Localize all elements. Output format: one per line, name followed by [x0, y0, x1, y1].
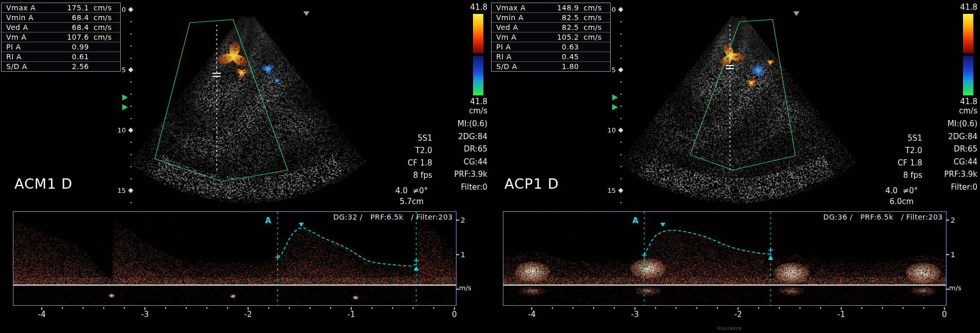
measurement-unit: cm/s [89, 23, 120, 31]
gate-angle: 4.0 ≠0° [383, 186, 440, 195]
measurement-label: Vm A [2, 33, 53, 41]
depth-tick-label: 10 [112, 126, 126, 134]
measurement-label: PI A [492, 43, 543, 51]
measurement-label: Ved A [492, 23, 543, 31]
panel-acp1: Vmax A148.9cm/s Vmin A82.5cm/s Ved A82.5… [490, 0, 980, 333]
measurement-table: Vmax A148.9cm/s Vmin A82.5cm/s Ved A82.5… [491, 3, 611, 72]
trace-marker-label: A [632, 216, 639, 225]
probe-parameters: 5S1 T2.0 CF 1.8 8 fps [407, 132, 432, 181]
depth-tick-label: 10 [602, 126, 616, 134]
focus-arrow-icon [612, 94, 618, 101]
parameter-2dg: 2DG:84 [944, 130, 977, 143]
measurement-value: 1.80 [543, 62, 579, 71]
parameter-cf: CF 1.8 [897, 157, 922, 169]
measurement-row: Vm A105.2cm/s [492, 32, 610, 42]
velocity-axis-label: 2 [951, 216, 955, 224]
measurement-label: S/D A [492, 62, 543, 71]
measurement-label: Vmin A [492, 13, 543, 22]
spectral-trace-overlay [503, 212, 946, 305]
depth-tick-label: 15 [112, 187, 126, 194]
measurement-value: 0.61 [53, 53, 89, 61]
colorbar-min-label: 41.8 [960, 97, 977, 106]
measurement-row: S/D A1.80 [492, 61, 610, 71]
measurement-unit: cm/s [579, 23, 610, 31]
colorbar-positive-gradient [963, 14, 973, 53]
parameter-thermal: T2.0 [897, 144, 922, 157]
imaging-parameters: MI:(0.6) 2DG:84 DR:65 CG:44 PRF:3.9k Fil… [944, 118, 977, 193]
color-doppler-scale [473, 14, 483, 95]
time-axis-label: -3 [136, 310, 154, 319]
measurement-row: PI A0.63 [492, 42, 610, 52]
colorbar-negative-gradient [963, 56, 973, 95]
imaging-parameters: MI:(0.6) 2DG:84 DR:65 CG:44 PRF:3.9k Fil… [454, 118, 487, 193]
mode-label: ACM1 D [14, 176, 73, 192]
measurement-label: PI A [2, 43, 53, 51]
parameter-filter: Filter:0 [454, 181, 487, 194]
colorbar-min-label: 41.8 [470, 97, 487, 106]
focus-arrow-icon [122, 104, 128, 110]
time-axis-label: -2 [239, 310, 257, 319]
measurement-value: 68.4 [53, 13, 89, 22]
focus-arrow-icon [122, 94, 128, 101]
time-axis-label: 0 [935, 310, 954, 319]
watermark-text: Insurance [717, 326, 742, 331]
gate-depth: 6.0cm [873, 197, 930, 206]
color-doppler-scale [963, 14, 973, 95]
measurement-row: RI A0.61 [2, 52, 120, 61]
trace-marker-label: A [265, 216, 271, 225]
measurement-row: RI A0.45 [492, 52, 610, 61]
velocity-axis-unit: m/s [459, 284, 471, 292]
measurement-row: Ved A68.4cm/s [2, 22, 120, 32]
velocity-tick [456, 254, 459, 255]
measurement-label: Vmax A [2, 4, 53, 12]
time-axis-label: -4 [522, 310, 541, 319]
measurement-value: 107.6 [53, 33, 89, 41]
measurement-value: 175.1 [53, 4, 89, 12]
measurement-label: Vmax A [492, 4, 543, 12]
measurement-label: RI A [2, 53, 53, 61]
measurement-row: Vmin A82.5cm/s [492, 12, 610, 22]
parameter-mi: MI:(0.6) [454, 118, 487, 130]
measurement-value: 0.45 [543, 53, 579, 61]
measurement-value: 68.4 [53, 23, 89, 31]
measurement-unit: cm/s [89, 33, 120, 41]
focus-arrow-icon [612, 104, 618, 110]
measurement-label: S/D A [2, 62, 53, 71]
parameter-filter: Filter:0 [944, 181, 977, 194]
spectral-parameters: DG:32 / PRF:6.5k / Filter:203 [333, 213, 453, 221]
parameter-probe: 5S1 [897, 132, 922, 144]
gate-angle: 4.0 ≠0° [873, 186, 930, 195]
velocity-tick [456, 220, 459, 221]
depth-tick-label: 0 [602, 6, 616, 13]
parameter-mi: MI:(0.6) [944, 118, 977, 130]
measurement-value: 105.2 [543, 33, 579, 41]
time-axis-label: -2 [729, 310, 747, 319]
measurement-table: Vmax A175.1cm/s Vmin A68.4cm/s Ved A68.4… [1, 3, 121, 72]
parameter-probe: 5S1 [407, 132, 432, 144]
measurement-row: Vmax A175.1cm/s [2, 3, 120, 12]
parameter-cg: CG:44 [944, 156, 977, 169]
parameter-dr: DR:65 [454, 143, 487, 156]
measurement-value: 2.56 [53, 62, 89, 71]
measurement-value: 0.99 [53, 43, 89, 51]
measurement-label: Vmin A [2, 13, 53, 22]
measurement-row: Ved A82.5cm/s [492, 22, 610, 32]
parameter-2dg: 2DG:84 [454, 130, 487, 143]
velocity-axis-label: 1 [461, 251, 465, 259]
spectral-doppler-panel[interactable]: DG:32 / PRF:6.5k / Filter:203 A [13, 211, 456, 306]
velocity-tick [946, 254, 949, 255]
time-axis-label: -3 [626, 310, 644, 319]
measurement-unit: cm/s [579, 13, 610, 22]
time-axis-label: -1 [342, 310, 361, 319]
depth-tick-label: 5 [602, 66, 616, 74]
measurement-row: PI A0.99 [2, 42, 120, 52]
time-axis-label: -1 [832, 310, 851, 319]
parameter-dr: DR:65 [944, 143, 977, 156]
spectral-doppler-panel[interactable]: DG:36 / PRF:6.5k / Filter:203 A [503, 211, 946, 306]
parameter-cf: CF 1.8 [407, 157, 432, 169]
measurement-row: S/D A2.56 [2, 61, 120, 71]
parameter-fps: 8 fps [407, 169, 432, 181]
measurement-label: RI A [492, 53, 543, 61]
measurement-row: Vm A107.6cm/s [2, 32, 120, 42]
parameter-fps: 8 fps [897, 169, 922, 181]
